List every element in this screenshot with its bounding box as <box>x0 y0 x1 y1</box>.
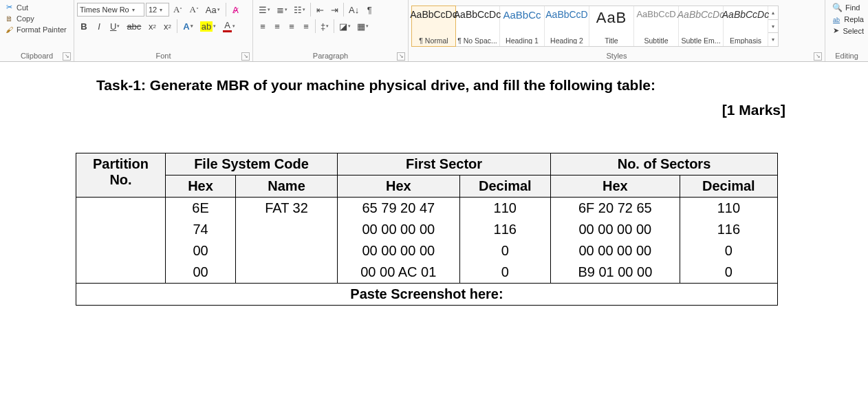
scissors-icon <box>4 3 14 12</box>
multilevel-list-button[interactable]: ☷▾ <box>291 3 308 17</box>
cell-partition <box>76 198 166 284</box>
group-label-editing: Editing <box>828 51 865 61</box>
table-row: 6E FAT 32 65 79 20 47 110 6F 20 72 65 11… <box>76 198 778 220</box>
mbr-table: Partition No. File System Code First Sec… <box>76 153 778 306</box>
group-paragraph: ☰▾ ≣▾ ☷▾ ⇤ ⇥ A↓ ¶ ≡ ≡ ≡ ≡ ‡▾ ◪▾ ▦▾ <box>253 0 409 61</box>
shrink-font-button[interactable]: A˅ <box>186 3 201 17</box>
italic-button[interactable]: I <box>92 19 106 33</box>
style-subtle-emphasis[interactable]: AaBbCcDc Subtle Em... <box>679 6 724 46</box>
show-marks-button[interactable]: ¶ <box>362 3 376 17</box>
align-center-button[interactable]: ≡ <box>270 19 284 33</box>
text-effects-button[interactable]: A▾ <box>180 19 195 33</box>
bold-button[interactable]: B <box>77 19 91 33</box>
hdr-fs-hex: Hex <box>166 175 236 198</box>
hdr-partition: Partition No. <box>76 153 166 198</box>
group-label-font: Font ↘ <box>77 51 250 61</box>
copy-label: Copy <box>17 14 34 23</box>
increase-indent-button[interactable]: ⇥ <box>327 3 341 17</box>
marks-label: [1 Marks] <box>76 102 785 118</box>
underline-button[interactable]: U▾ <box>107 19 122 33</box>
superscript-button[interactable]: x2 <box>160 19 174 33</box>
group-label-paragraph: Paragraph ↘ <box>256 51 405 61</box>
styles-gallery-nav: ▴ ▾ ▾ <box>768 6 778 46</box>
paste-screenshot-cell: Paste Screenshot here: <box>76 284 778 306</box>
font-size-combo[interactable]: 12▾ <box>146 3 169 17</box>
styles-dialog-launcher[interactable]: ↘ <box>814 52 822 61</box>
table-row: 74 00 00 00 00 116 00 00 00 00 116 <box>76 219 778 240</box>
ribbon: Cut Copy Format Painter Clipboard ↘ Time… <box>0 0 868 62</box>
group-label-styles: Styles ↘ <box>411 51 822 61</box>
cut-button[interactable]: Cut <box>4 3 68 12</box>
select-button[interactable]: Select <box>832 26 864 35</box>
group-styles: AaBbCcDc ¶ Normal AaBbCcDc ¶ No Spac... … <box>409 0 825 61</box>
borders-button[interactable]: ▦▾ <box>354 19 371 33</box>
hdr-numsectors: No. of Sectors <box>551 153 778 175</box>
paintbrush-icon <box>4 25 14 34</box>
style-no-spacing[interactable]: AaBbCcDc ¶ No Spac... <box>455 6 500 46</box>
cut-label: Cut <box>17 3 28 12</box>
table-row: 00 00 00 00 00 0 00 00 00 00 0 <box>76 240 778 262</box>
format-painter-button[interactable]: Format Painter <box>4 25 68 34</box>
justify-button[interactable]: ≡ <box>299 19 313 33</box>
style-title[interactable]: AaB Title <box>589 6 634 46</box>
font-dialog-launcher[interactable]: ↘ <box>241 52 250 61</box>
align-left-button[interactable]: ≡ <box>256 19 270 33</box>
line-spacing-button[interactable]: ‡▾ <box>318 19 332 33</box>
style-emphasis[interactable]: AaBbCcDc Emphasis <box>724 6 768 46</box>
group-editing: Find Repla Select Editing <box>825 0 868 61</box>
clear-formatting-button[interactable]: A̷ <box>229 3 243 17</box>
highlight-button[interactable]: ab▾ <box>197 19 219 33</box>
gallery-up-button[interactable]: ▴ <box>768 6 778 19</box>
clipboard-dialog-launcher[interactable]: ↘ <box>63 52 71 61</box>
paragraph-dialog-launcher[interactable]: ↘ <box>397 52 405 61</box>
hdr-firstsector: First Sector <box>338 153 551 175</box>
style-normal[interactable]: AaBbCcDc ¶ Normal <box>411 6 456 47</box>
style-heading1[interactable]: AaBbCc Heading 1 <box>500 6 545 46</box>
font-color-button[interactable]: A▾ <box>220 19 238 33</box>
replace-button[interactable]: Repla <box>832 15 864 23</box>
hdr-first-dec: Decimal <box>459 175 550 198</box>
decrease-indent-button[interactable]: ⇤ <box>313 3 327 17</box>
hdr-num-hex: Hex <box>551 175 680 198</box>
find-icon <box>832 3 842 12</box>
group-clipboard: Cut Copy Format Painter Clipboard ↘ <box>0 0 74 61</box>
numbering-button[interactable]: ≣▾ <box>274 3 290 17</box>
hdr-fscode: File System Code <box>166 153 338 175</box>
replace-icon <box>832 15 840 23</box>
copy-icon <box>4 14 14 23</box>
style-heading2[interactable]: AaBbCcD Heading 2 <box>545 6 589 46</box>
bullets-button[interactable]: ☰▾ <box>256 3 273 17</box>
gallery-down-button[interactable]: ▾ <box>768 19 778 33</box>
style-subtitle[interactable]: AaBbCcD Subtitle <box>634 6 679 46</box>
strikethrough-button[interactable]: abc <box>124 19 144 33</box>
change-case-button[interactable]: Aa▾ <box>203 3 223 17</box>
gallery-more-button[interactable]: ▾ <box>768 32 778 46</box>
hdr-fs-name: Name <box>236 175 338 198</box>
group-label-clipboard: Clipboard ↘ <box>3 51 71 61</box>
find-button[interactable]: Find <box>832 3 864 12</box>
format-painter-label: Format Painter <box>17 25 67 34</box>
table-row: 00 00 00 AC 01 0 B9 01 00 00 0 <box>76 262 778 284</box>
align-right-button[interactable]: ≡ <box>285 19 299 33</box>
grow-font-button[interactable]: A˄ <box>171 3 185 17</box>
hdr-num-dec: Decimal <box>680 175 777 198</box>
hdr-first-hex: Hex <box>338 175 460 198</box>
select-icon <box>832 26 839 35</box>
subscript-button[interactable]: x2 <box>145 19 159 33</box>
font-name-combo[interactable]: Times New Ro▾ <box>77 3 144 17</box>
document-area[interactable]: Task-1: Generate MBR of your machine phy… <box>0 62 868 306</box>
styles-gallery: AaBbCcDc ¶ Normal AaBbCcDc ¶ No Spac... … <box>411 6 779 47</box>
task-title: Task-1: Generate MBR of your machine phy… <box>96 77 834 94</box>
copy-button[interactable]: Copy <box>4 14 68 23</box>
sort-button[interactable]: A↓ <box>346 3 362 17</box>
shading-button[interactable]: ◪▾ <box>336 19 354 33</box>
group-font: Times New Ro▾ 12▾ A˄ A˅ Aa▾ A̷ B I U▾ ab… <box>74 0 253 61</box>
